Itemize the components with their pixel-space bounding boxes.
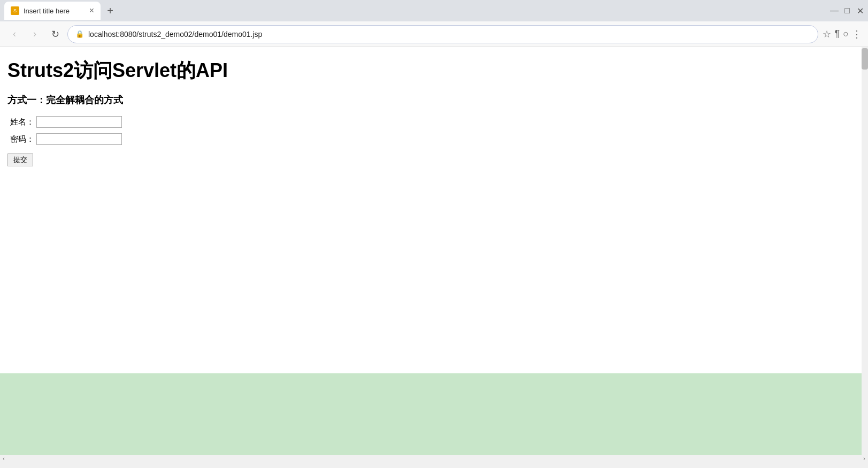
more-menu-icon[interactable]: ⋮ [852,28,862,40]
minimize-button[interactable]: — [831,7,838,14]
bookmark-icon[interactable]: ☆ [823,28,831,40]
page-title: Struts2访问Servlet的API [7,58,861,84]
tab-favicon: S [11,6,19,15]
forward-icon: › [33,28,36,40]
tab-title: Insert title here [24,7,70,15]
vertical-scrollbar[interactable] [862,47,868,455]
name-row: 姓名： [7,116,861,128]
reload-icon: ↻ [51,28,59,40]
tab-strip: S Insert title here × + [4,2,118,20]
submit-button[interactable]: 提交 [7,154,33,166]
maximize-button[interactable]: □ [843,7,851,14]
address-bar[interactable]: 🔒 [67,25,818,43]
scroll-left-icon[interactable]: ‹ [0,455,7,462]
title-bar: S Insert title here × + — □ ✕ [0,0,868,21]
reload-button[interactable]: ↻ [47,26,63,42]
scrollbar-thumb[interactable] [862,48,868,70]
page-content: Struts2访问Servlet的API 方式一：完全解耦合的方式 姓名： 密码… [0,47,868,363]
password-label: 密码： [7,134,34,144]
bottom-panel [0,373,868,462]
password-input[interactable] [36,133,122,145]
tab-close-button[interactable]: × [89,6,94,15]
address-bar-actions: ☆ ¶ ○ ⋮ [823,28,862,40]
new-tab-button[interactable]: + [103,3,118,18]
lock-icon: 🔒 [75,30,84,38]
back-icon: ‹ [13,28,16,40]
password-row: 密码： [7,133,861,145]
active-tab[interactable]: S Insert title here × [4,2,101,20]
horizontal-scrollbar[interactable]: ‹ › [0,455,868,462]
paragraph-icon[interactable]: ¶ [834,28,840,40]
address-input[interactable] [88,30,810,39]
section-heading: 方式一：完全解耦合的方式 [7,94,861,106]
name-input[interactable] [36,116,122,128]
window-controls: — □ ✕ [831,7,864,14]
scrollbar-track [7,455,861,462]
profile-icon[interactable]: ○ [843,28,849,40]
back-button[interactable]: ‹ [6,26,22,42]
name-label: 姓名： [7,117,34,127]
forward-button[interactable]: › [27,26,43,42]
navigation-bar: ‹ › ↻ 🔒 ☆ ¶ ○ ⋮ [0,21,868,47]
scroll-right-icon[interactable]: › [861,455,868,462]
browser-content: Struts2访问Servlet的API 方式一：完全解耦合的方式 姓名： 密码… [0,47,868,462]
close-button[interactable]: ✕ [856,7,864,14]
